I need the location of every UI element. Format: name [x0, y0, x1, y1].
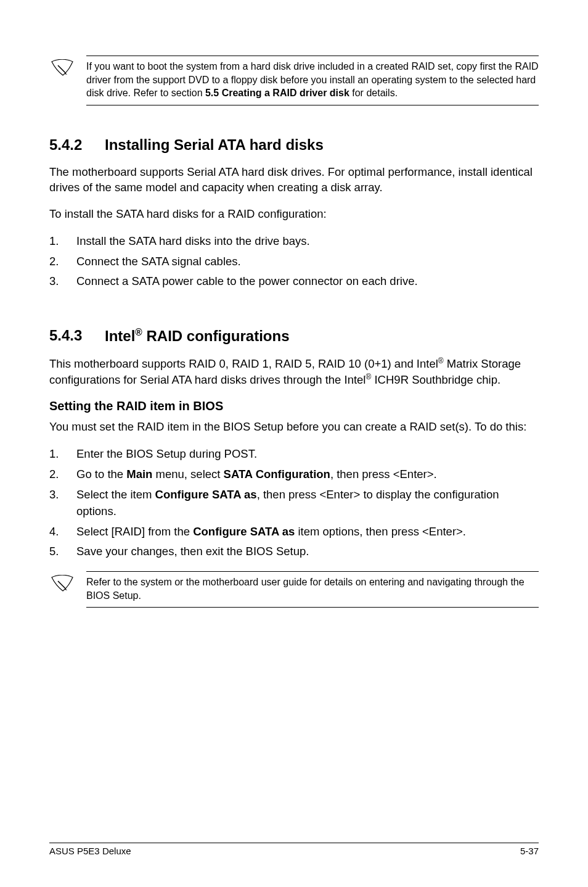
note-pencil-icon — [49, 59, 75, 78]
para-5-4-2-1: The motherboard supports Serial ATA hard… — [49, 165, 539, 196]
page-footer: ASUS P5E3 Deluxe 5-37 — [49, 843, 539, 856]
t-p2: item options, then press <Enter>. — [295, 525, 466, 538]
step-number: 3. — [49, 487, 76, 520]
footer-right: 5-37 — [520, 846, 539, 856]
list-item: 2. Go to the Main menu, select SATA Conf… — [49, 466, 539, 483]
note-top-text: If you want to boot the system from a ha… — [86, 60, 539, 100]
note-top-part2: 5.5 Creating a RAID driver disk — [205, 88, 349, 98]
t-b1: Configure SATA as — [193, 525, 295, 538]
step-text: Connect the SATA signal cables. — [76, 254, 241, 270]
note-top-body: If you want to boot the system from a ha… — [86, 56, 539, 105]
rule-line — [86, 571, 539, 576]
note-bottom-body: Refer to the system or the motherboard u… — [86, 571, 539, 608]
p1-post: ICH9R Southbridge chip. — [371, 373, 500, 386]
para-5-4-2-2: To install the SATA hard disks for a RAI… — [49, 207, 539, 222]
heading-5-4-2: 5.4.2 Installing Serial ATA hard disks — [49, 136, 539, 154]
heading-5-4-3: 5.4.3 Intel® RAID configurations — [49, 327, 539, 345]
step-text: Enter the BIOS Setup during POST. — [76, 446, 257, 463]
t-p1: Select [RAID] from the — [76, 525, 193, 538]
steps-5-4-3: 1. Enter the BIOS Setup during POST. 2. … — [49, 446, 539, 560]
step-number: 5. — [49, 543, 76, 560]
t-p2: menu, select — [152, 468, 223, 481]
step-text: Go to the Main menu, select SATA Configu… — [76, 466, 437, 483]
t-b1: Configure SATA as — [155, 488, 257, 501]
step-number: 3. — [49, 273, 76, 290]
step-text: Connect a SATA power cable to the power … — [76, 273, 418, 290]
title-post: RAID configurations — [142, 328, 290, 344]
list-item: 3. Connect a SATA power cable to the pow… — [49, 273, 539, 290]
note-pencil-icon — [49, 575, 75, 593]
steps-5-4-2: 1. Install the SATA hard disks into the … — [49, 233, 539, 290]
heading-title: Intel® RAID configurations — [105, 327, 290, 345]
step-text: Select [RAID] from the Configure SATA as… — [76, 524, 466, 540]
rule-line — [86, 101, 539, 105]
list-item: 2. Connect the SATA signal cables. — [49, 254, 539, 270]
heading-number: 5.4.2 — [49, 136, 105, 154]
note-bottom: Refer to the system or the motherboard u… — [49, 571, 539, 608]
list-item: 3. Select the item Configure SATA as, th… — [49, 487, 539, 520]
t-p3: , then press <Enter>. — [330, 468, 437, 481]
rule-line — [86, 603, 539, 608]
note-top: If you want to boot the system from a ha… — [49, 56, 539, 105]
para-5-4-3-2: You must set the RAID item in the BIOS S… — [49, 419, 539, 435]
step-text: Save your changes, then exit the BIOS Se… — [76, 543, 309, 560]
step-number: 2. — [49, 466, 76, 483]
subheading-setting-raid: Setting the RAID item in BIOS — [49, 399, 539, 413]
list-item: 1. Enter the BIOS Setup during POST. — [49, 446, 539, 463]
note-icon-col — [49, 571, 86, 596]
t-b2: SATA Configuration — [224, 468, 330, 481]
list-item: 1. Install the SATA hard disks into the … — [49, 233, 539, 250]
step-text: Install the SATA hard disks into the dri… — [76, 233, 310, 250]
note-top-part3: for details. — [349, 88, 398, 98]
p1-sup2: ® — [365, 373, 371, 381]
step-number: 1. — [49, 446, 76, 463]
title-sup: ® — [135, 327, 142, 337]
note-bottom-text: Refer to the system or the motherboard u… — [86, 576, 539, 602]
p1-sup: ® — [438, 357, 444, 365]
title-pre: Intel — [105, 328, 135, 344]
footer-left: ASUS P5E3 Deluxe — [49, 846, 131, 856]
step-text: Select the item Configure SATA as, then … — [76, 487, 539, 520]
heading-title: Installing Serial ATA hard disks — [105, 136, 324, 154]
rule-line — [86, 56, 539, 60]
t-b1: Main — [126, 468, 152, 481]
p1-pre: This motherboard supports RAID 0, RAID 1… — [49, 357, 438, 370]
t-p1: Go to the — [76, 468, 126, 481]
step-number: 4. — [49, 524, 76, 540]
note-icon-col — [49, 56, 86, 80]
t-p1: Select the item — [76, 488, 155, 501]
step-number: 1. — [49, 233, 76, 250]
step-number: 2. — [49, 254, 76, 270]
list-item: 5. Save your changes, then exit the BIOS… — [49, 543, 539, 560]
list-item: 4. Select [RAID] from the Configure SATA… — [49, 524, 539, 540]
heading-number: 5.4.3 — [49, 327, 105, 345]
para-5-4-3-1: This motherboard supports RAID 0, RAID 1… — [49, 356, 539, 388]
